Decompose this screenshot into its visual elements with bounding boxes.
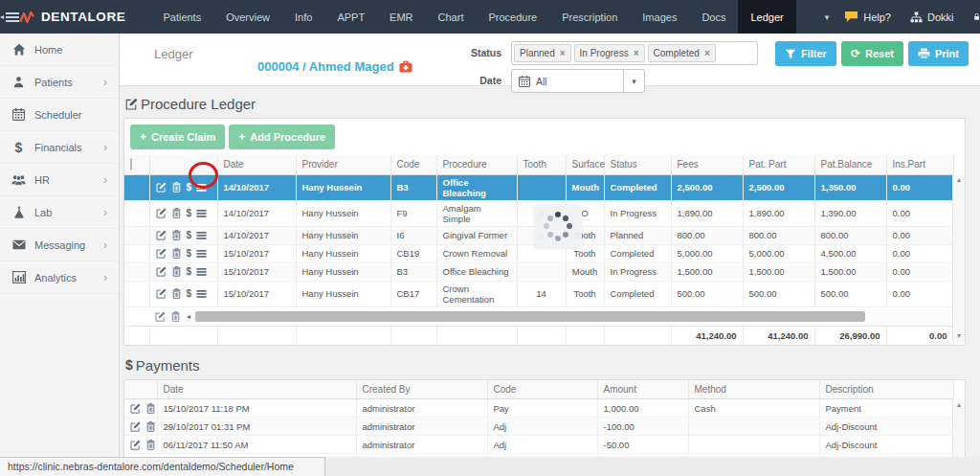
edit-icon[interactable] [156,266,167,277]
trash-icon[interactable] [145,440,156,450]
procedure-row[interactable]: $ 15/10/2017 Hany Hussein B3 Office Blea… [124,262,953,281]
date-filter-select[interactable]: All ▾ [511,69,645,93]
edit-icon[interactable] [130,421,141,432]
status-filter-input[interactable]: Planned × In Progress × Completed × [511,41,758,65]
payment-dollar-icon[interactable]: $ [187,288,192,299]
printer-icon [918,48,930,59]
details-list-icon[interactable] [196,289,207,299]
horizontal-scroll-row: $ ◂ ▸ [124,307,965,327]
scroll-down-arrow[interactable]: ▾ [957,332,961,340]
cell-ins-part: 0.00 [886,174,953,200]
reset-button[interactable]: ⟳ Reset [841,41,903,66]
details-list-icon[interactable] [196,267,207,277]
patient-link[interactable]: 000004 / Ahmed Maged [257,47,412,85]
chevron-right-icon: › [103,141,107,154]
payment-dollar-icon[interactable]: $ [187,230,192,240]
sidebar-item-home[interactable]: Home [0,34,119,66]
nav-item-chart[interactable]: Chart [426,0,477,34]
edit-icon[interactable] [156,248,167,259]
close-icon[interactable]: × [704,48,710,58]
payment-dollar-icon[interactable]: $ [187,182,192,193]
col-code: Code [487,380,597,399]
close-icon[interactable]: × [560,48,566,58]
details-list-icon[interactable] [196,231,207,240]
people-icon [11,173,26,186]
add-procedure-button[interactable]: + Add Procedure [229,125,335,149]
procedure-row-selected[interactable]: $ 14/10/2017 Hany Hussein B3 Office Blea… [124,174,953,200]
chevron-down-icon[interactable]: ▾ [623,70,644,92]
procedure-row[interactable]: $ 15/10/2017 Hany Hussein CB17 Crown Cem… [124,281,953,306]
trash-icon[interactable] [171,182,182,193]
payment-row[interactable]: 06/11/2017 11:50 AM administrator Adj -5… [124,436,953,454]
scroll-left-arrow[interactable]: ◂ [184,312,193,321]
date-filter-value: All [536,76,547,87]
create-claim-button[interactable]: + Create Claim [130,125,225,149]
nav-item-procedure[interactable]: Procedure [476,0,549,34]
payment-dollar-icon[interactable]: $ [187,248,192,259]
edit-icon[interactable] [156,208,167,218]
payment-dollar-icon[interactable]: $ [187,208,192,218]
sidebar-toggle-button[interactable]: ◂ [0,0,19,34]
sidebar-item-patients[interactable]: Patients › [0,66,119,99]
content-area: Ledger 000004 / Ahmed Maged Status Plann… [120,34,980,457]
calendar-icon [519,76,530,87]
nav-item-info[interactable]: Info [282,0,324,34]
hamburger-icon [6,11,19,23]
sidebar-item-analytics[interactable]: Analytics › [0,261,119,294]
total-pat-part: 41,240.00 [743,327,814,345]
clinic-selector[interactable]: Dokki [910,11,954,23]
col-provider: Provider [296,155,390,174]
trash-icon[interactable] [171,230,182,240]
trash-icon[interactable] [171,266,182,277]
sidebar-item-messaging[interactable]: Messaging › [0,229,119,261]
vertical-scrollbar[interactable]: ▴ ▾ [952,399,965,458]
edit-icon[interactable] [156,288,167,299]
trash-icon[interactable] [145,421,156,432]
details-list-icon[interactable] [196,183,207,193]
edit-icon[interactable] [156,230,167,240]
sidebar-item-hr[interactable]: HR › [0,164,119,196]
trash-icon[interactable] [171,208,182,218]
nav-item-prescription[interactable]: Prescription [549,0,630,34]
total-fees: 41,240.00 [671,327,743,345]
edit-icon[interactable] [155,311,166,322]
edit-icon[interactable] [130,403,141,414]
scroll-up-arrow[interactable]: ▴ [957,176,961,184]
edit-icon[interactable] [156,182,167,193]
details-list-icon[interactable] [196,209,207,218]
print-button[interactable]: Print [908,41,969,66]
scroll-up-arrow[interactable]: ▴ [957,401,961,409]
nav-item-overview[interactable]: Overview [213,0,282,34]
payments-title: $ Payments [125,357,967,374]
payment-dollar-icon[interactable]: $ [187,266,192,277]
nav-more-dropdown[interactable]: ▾ [810,0,845,34]
user-menu[interactable]: System Administrator ▾ [973,6,980,29]
main-menu: Patients Overview Info APPT EMR Chart Pr… [150,0,795,34]
nav-item-ledger[interactable]: Ledger [738,0,795,34]
scrollbar-thumb[interactable] [195,311,865,322]
help-link[interactable]: Help? [844,11,891,23]
trash-icon[interactable] [171,248,182,259]
payment-row[interactable]: 15/10/2017 11:18 PM administrator Pay 1,… [124,399,953,418]
vertical-scrollbar[interactable]: ▴ ▾ [952,174,965,342]
nav-item-emr[interactable]: EMR [377,0,425,34]
brand[interactable]: DENTALORE [19,0,150,34]
trash-icon[interactable] [171,288,182,299]
sidebar-item-financials[interactable]: $ Financials › [0,131,119,164]
nav-item-appt[interactable]: APPT [324,0,377,34]
nav-item-patients[interactable]: Patients [150,0,213,34]
nav-item-images[interactable]: Images [630,0,689,34]
select-all-checkbox[interactable] [130,158,132,170]
close-icon[interactable]: × [634,48,639,58]
envelope-icon [11,239,26,250]
trash-icon[interactable] [145,403,156,414]
details-list-icon[interactable] [196,249,207,259]
edit-icon[interactable] [130,440,141,450]
nav-item-docs[interactable]: Docs [689,0,738,34]
sidebar-item-scheduler[interactable]: Scheduler [0,99,119,131]
horizontal-scrollbar[interactable]: ◂ ▸ [184,309,964,324]
payment-row[interactable]: 29/10/2017 01:31 PM administrator Adj -1… [124,418,953,436]
filter-button[interactable]: Filter [775,41,836,66]
sidebar-item-lab[interactable]: Lab › [0,196,119,229]
trash-icon[interactable] [170,311,181,322]
